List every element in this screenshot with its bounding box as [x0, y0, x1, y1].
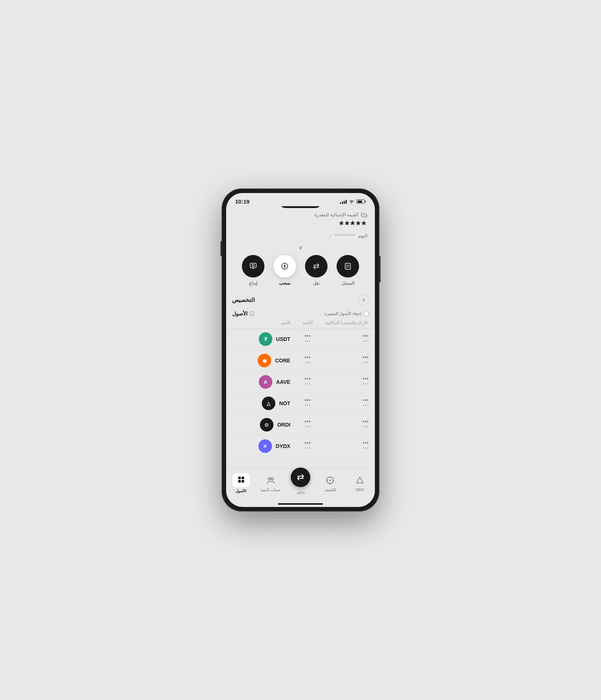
svg-point-0 [351, 203, 352, 204]
transfer-icon[interactable] [305, 255, 328, 278]
asset-info-4: ORDI ⊙ [232, 418, 290, 431]
phone-screen: 10:19 [226, 193, 375, 507]
svg-point-24 [329, 480, 331, 481]
status-time: 10:19 [235, 198, 249, 205]
svg-point-6 [284, 266, 285, 267]
nav-item-trade[interactable]: تداول [285, 468, 315, 494]
assets-info-icon[interactable]: i [249, 311, 254, 316]
deposit-icon[interactable] [242, 255, 264, 278]
nav-label-okx: OKX [356, 488, 364, 492]
asset-info-2: AAVE A [232, 375, 290, 389]
col-pnl-header: الأرباح والخسارة التراكمية [325, 320, 369, 325]
svg-text:i: i [251, 312, 252, 316]
growth-nav-icon-wrap [265, 474, 277, 486]
asset-info-3: NOT △ [232, 397, 290, 410]
asset-row[interactable]: *** *** *** *** USDT ₮ [226, 329, 375, 350]
bottom-nav: الأصول حساب النمية [226, 468, 375, 503]
withdraw-icon[interactable] [273, 255, 296, 278]
okx-nav-icon [355, 476, 364, 485]
deposit-label: إيداع [249, 281, 257, 286]
asset-pnl-col-2: *** *** [325, 377, 369, 387]
transfer-button[interactable]: نقل [305, 255, 328, 286]
assets-label: الأصول [232, 311, 248, 317]
signal-icon [340, 199, 347, 204]
asset-amount-col-2: *** *** [290, 377, 325, 387]
asset-row[interactable]: *** *** *** *** AAVE A [226, 371, 375, 393]
hide-small-label: إخفاء الأصول الصغيرة [325, 311, 361, 316]
asset-icon-ordi: ⊙ [260, 418, 273, 431]
okx-nav-icon-wrap [354, 474, 366, 486]
history-button[interactable]: السجل [337, 255, 359, 286]
customization-title: التخصيص [232, 297, 255, 303]
nav-item-okx[interactable]: OKX [345, 474, 375, 492]
nav-item-growth[interactable]: حساب النمية [256, 474, 285, 492]
asset-pnl-col-4: *** *** [325, 420, 369, 430]
estimated-value-label: القيمة الإجمالية المقدرة [314, 212, 358, 217]
asset-amount-col-1: *** *** [290, 356, 325, 365]
asset-amount-col-5: *** *** [290, 441, 325, 451]
asset-icon-aave: A [259, 375, 272, 389]
customization-toggle[interactable]: ∨ [358, 295, 369, 305]
asset-row[interactable]: *** *** *** *** ORDI ⊙ [226, 414, 375, 436]
asset-icon-not: △ [262, 397, 275, 410]
history-icon[interactable] [337, 255, 359, 278]
action-buttons: إيداع سحب [226, 252, 375, 292]
collapse-chevron-row[interactable]: ∨ [226, 241, 375, 252]
header-section: القيمة الإجمالية المقدرة ***** اليوم ***… [226, 206, 375, 241]
asset-amount-col-4: *** *** [290, 420, 325, 430]
asset-info-1: CORE ◉ [232, 354, 290, 367]
hide-small-assets[interactable]: إخفاء الأصول الصغيرة [325, 311, 369, 316]
hide-small-checkbox[interactable] [364, 311, 369, 316]
deposit-button[interactable]: إيداع [242, 255, 264, 286]
today-chevron: › [329, 233, 331, 238]
status-icons [340, 199, 366, 204]
discover-nav-icon [326, 476, 335, 485]
assets-filter-row: إخفاء الأصول الصغيرة i الأصول [226, 308, 375, 319]
assets-title: i الأصول [232, 311, 254, 317]
home-indicator [278, 503, 323, 505]
asset-info-0: USDT ₮ [232, 332, 290, 346]
svg-rect-14 [242, 477, 244, 479]
svg-point-2 [252, 264, 254, 267]
nav-label-growth: حساب النمية [261, 488, 281, 492]
withdraw-button[interactable]: سحب [273, 255, 296, 286]
svg-point-17 [268, 478, 270, 480]
history-label: السجل [341, 281, 355, 286]
discover-nav-icon-wrap [324, 474, 336, 486]
asset-icon-dydx: ✕ [258, 439, 272, 453]
asset-pnl-col-1: *** *** [325, 356, 369, 365]
table-header: الأرباح والخسارة التراكمية الكمية الاسم [226, 319, 375, 329]
asset-icon-core: ◉ [258, 354, 271, 367]
svg-rect-15 [238, 480, 241, 483]
asset-info-5: DYDX ✕ [232, 439, 290, 453]
status-bar: 10:19 [226, 193, 375, 206]
nav-label-discover: الكشف [325, 488, 336, 492]
battery-icon [356, 199, 366, 204]
growth-nav-icon [266, 476, 275, 485]
svg-rect-13 [238, 477, 241, 479]
estimated-value-row: القيمة الإجمالية المقدرة [234, 212, 367, 217]
nav-item-assets[interactable]: الأصول [226, 473, 256, 493]
asset-row[interactable]: *** *** *** *** CORE ◉ [226, 350, 375, 371]
asset-amount-col-0: *** *** [290, 334, 325, 344]
nav-item-discover[interactable]: الكشف [316, 474, 345, 492]
chevron-down-icon[interactable]: ∨ [299, 244, 302, 250]
today-row: اليوم ********** › [234, 233, 367, 238]
today-value: ********** [334, 233, 355, 238]
asset-pnl-col-0: *** *** [325, 334, 369, 344]
asset-row[interactable]: *** *** *** *** DYDX ✕ [226, 436, 375, 457]
asset-row[interactable]: *** *** *** *** NOT △ [226, 393, 375, 414]
today-label: اليوم [358, 233, 367, 238]
asset-pnl-col-5: *** *** [325, 441, 369, 451]
svg-rect-16 [242, 480, 244, 483]
main-content: القيمة الإجمالية المقدرة ***** اليوم ***… [226, 206, 375, 468]
trade-nav-icon [296, 473, 305, 482]
asset-list: *** *** *** *** USDT ₮ *** *** *** *** C… [226, 329, 375, 457]
wifi-icon [349, 199, 355, 204]
trade-center-button[interactable] [291, 468, 310, 487]
customization-section: ∨ التخصيص [226, 292, 375, 308]
asset-amount-col-3: *** *** [290, 398, 325, 408]
col-amount-header: الكمية [290, 320, 325, 325]
balance-hidden: ***** [234, 219, 367, 231]
phone-frame: 10:19 [222, 189, 379, 511]
